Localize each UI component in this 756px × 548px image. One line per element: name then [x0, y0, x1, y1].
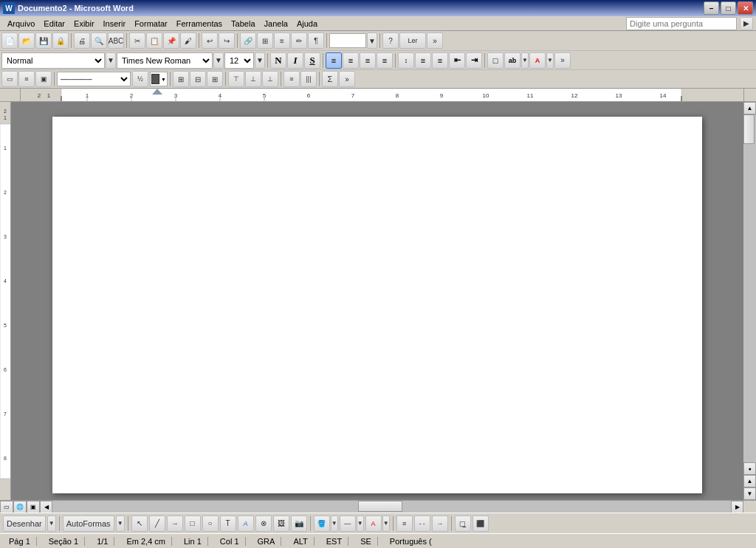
close-button[interactable]: ✕ [738, 1, 753, 15]
permission-button[interactable]: 🔒 [52, 32, 69, 49]
autosum-btn[interactable]: Σ [322, 71, 338, 87]
columns-button[interactable]: ≡ [274, 32, 290, 49]
web-view-btn[interactable]: 🌐 [13, 501, 27, 513]
normal-view-btn[interactable]: ▭ [0, 501, 13, 513]
style-dropdown-arrow[interactable]: ▼ [106, 52, 116, 69]
font-dropdown-arrow[interactable]: ▼ [213, 52, 224, 69]
document-area[interactable] [11, 102, 743, 500]
scroll-select-browse-btn[interactable]: ● [743, 462, 756, 475]
next-page-button[interactable]: ▼ [743, 487, 756, 500]
font-dropdown[interactable]: Times New Roman [117, 52, 213, 69]
font-color-arrow[interactable]: ▼ [546, 52, 554, 69]
print-view-btn[interactable]: ▣ [27, 501, 40, 513]
scroll-right-button[interactable]: ▶ [731, 501, 743, 513]
normal-view-button[interactable]: ▭ [1, 71, 18, 87]
menu-janela[interactable]: Janela [260, 18, 292, 30]
diagram-button[interactable]: ⊗ [255, 516, 272, 532]
copy-button[interactable]: 📋 [146, 32, 162, 49]
select-arrow-button[interactable]: ↖ [131, 516, 148, 532]
show-hide-button[interactable]: ¶ [308, 32, 324, 49]
zoom-input[interactable]: 117% [329, 33, 366, 48]
insert-table-btn[interactable]: ⊞ [173, 71, 189, 87]
increase-indent-button[interactable]: ⇥ [466, 52, 482, 69]
shadow-btn[interactable]: □̲ [455, 516, 471, 532]
wordart-button[interactable]: A [238, 516, 254, 532]
cut-button[interactable]: ✂ [129, 32, 145, 49]
justify-button[interactable]: ≡ [377, 52, 393, 69]
align-top-btn[interactable]: ⊤ [228, 71, 244, 87]
align-mid-btn[interactable]: ⊥ [245, 71, 261, 87]
bold-button[interactable]: N [270, 52, 286, 69]
more-row3-button[interactable]: » [339, 71, 355, 87]
dash-style-btn[interactable]: - - [414, 516, 430, 532]
scroll-up-button[interactable]: ▲ [743, 102, 756, 114]
minimize-button[interactable]: – [704, 1, 719, 15]
ellipse-tool-button[interactable]: ○ [202, 516, 219, 532]
help-button[interactable]: ? [382, 32, 399, 49]
rectangle-tool-button[interactable]: □ [185, 516, 201, 532]
search-go-button[interactable]: ▶ [740, 17, 753, 30]
align-center-button[interactable]: ≡ [343, 52, 359, 69]
prev-page-button[interactable]: ▲ [743, 475, 756, 487]
distribute-rows-btn[interactable]: ≡ [284, 71, 300, 87]
print-button[interactable]: 🖨 [74, 32, 90, 49]
menu-formatar[interactable]: Formatar [130, 18, 172, 30]
print-layout-button[interactable]: ▣ [35, 71, 52, 87]
undo-button[interactable]: ↩ [202, 32, 218, 49]
align-left-button[interactable]: ≡ [326, 52, 342, 69]
numbering-button[interactable]: ≡ [432, 52, 448, 69]
format-painter-button[interactable]: 🖌 [180, 32, 196, 49]
hyperlink-button[interactable]: 🔗 [240, 32, 256, 49]
more-button[interactable]: » [427, 32, 443, 49]
line-spacing-button[interactable]: ↕ [398, 52, 414, 69]
line-style-btn[interactable]: ≡ [396, 516, 413, 532]
bullets-button[interactable]: ≡ [415, 52, 431, 69]
draw-dropdown-arrow[interactable]: ▼ [47, 516, 56, 532]
spelling-button[interactable]: ABC [108, 32, 124, 49]
zoom-dropdown-button[interactable]: ▼ [367, 32, 377, 49]
read-mode-button[interactable]: Ler [399, 32, 426, 49]
table-button[interactable]: ⊞ [257, 32, 273, 49]
highlight-button[interactable]: ab [504, 52, 520, 69]
highlight-color-arrow[interactable]: ▼ [521, 52, 529, 69]
split-cells-btn[interactable]: ⊞ [207, 71, 223, 87]
merge-cells-btn[interactable]: ⊟ [190, 71, 206, 87]
scroll-thumb-v[interactable] [743, 114, 755, 144]
outside-border-button[interactable]: □ [487, 52, 504, 69]
menu-ferramentas[interactable]: Ferramentas [172, 18, 227, 30]
line-color-button[interactable]: — [340, 516, 356, 532]
menu-tabela[interactable]: Tabela [227, 18, 259, 30]
print-preview-button[interactable]: 🔍 [91, 32, 107, 49]
font-color-draw-button[interactable]: A [365, 516, 382, 532]
search-input[interactable] [626, 17, 737, 30]
italic-button[interactable]: I [287, 52, 303, 69]
arrow-style-btn[interactable]: → [432, 516, 448, 532]
scroll-thumb-h[interactable] [358, 501, 402, 512]
line-color-box[interactable]: ▼ [150, 72, 168, 86]
align-right-button[interactable]: ≡ [360, 52, 376, 69]
paste-button[interactable]: 📌 [163, 32, 179, 49]
save-button[interactable]: 💾 [35, 32, 52, 49]
autoforms-button[interactable]: AutoFormas [63, 516, 114, 532]
style-dropdown[interactable]: Normal [1, 52, 105, 69]
autoforms-dropdown-arrow[interactable]: ▼ [116, 516, 125, 532]
redo-button[interactable]: ↪ [219, 32, 235, 49]
open-button[interactable]: 📂 [18, 32, 35, 49]
image-button[interactable]: 📷 [291, 516, 307, 532]
size-dropdown-arrow[interactable]: ▼ [255, 52, 265, 69]
drawing-button[interactable]: ✏ [291, 32, 307, 49]
line-style-dropdown[interactable]: ────── [57, 72, 131, 86]
menu-arquivo[interactable]: Arquivo [3, 18, 39, 30]
align-bot-btn[interactable]: ⊥ [262, 71, 278, 87]
scroll-left-button[interactable]: ◀ [40, 501, 52, 513]
line-weight-btn[interactable]: ½ [132, 71, 148, 87]
menu-inserir[interactable]: Inserir [99, 18, 131, 30]
fill-color-button[interactable]: 🪣 [314, 516, 330, 532]
arrow-tool-button[interactable]: → [167, 516, 183, 532]
decrease-indent-button[interactable]: ⇤ [449, 52, 465, 69]
restore-button[interactable]: □ [721, 1, 736, 15]
menu-editar[interactable]: Editar [39, 18, 69, 30]
menu-exibir[interactable]: Exibir [69, 18, 99, 30]
new-button[interactable]: 📄 [1, 32, 18, 49]
outline-view-button[interactable]: ≡ [18, 71, 35, 87]
